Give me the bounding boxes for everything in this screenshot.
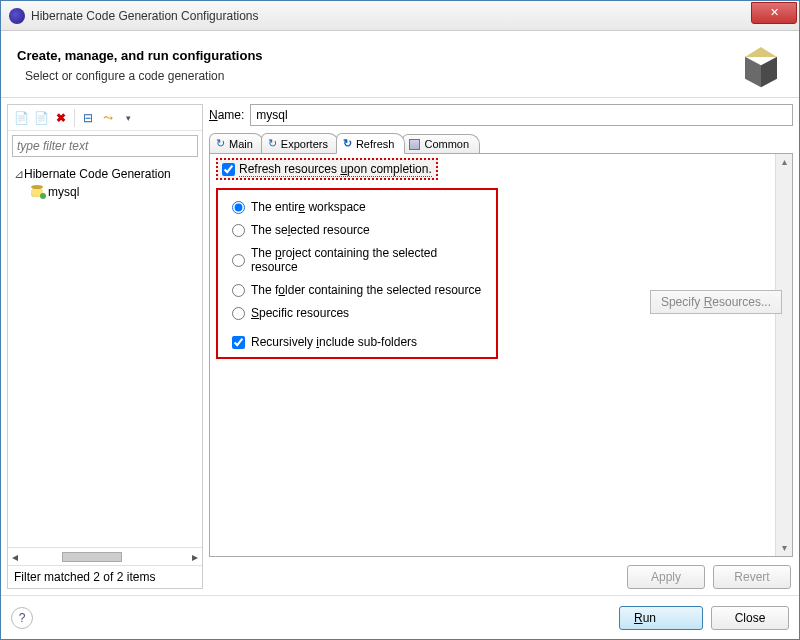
window-title: Hibernate Code Generation Configurations — [31, 9, 751, 23]
opt-selected-resource-row: The selected resource — [232, 223, 482, 237]
common-tab-icon — [409, 139, 420, 150]
tab-common[interactable]: Common — [402, 134, 480, 153]
scroll-thumb[interactable] — [62, 552, 122, 562]
refresh-scope-group: The entire workspace The selected resour… — [216, 188, 498, 359]
apply-revert-row: Apply Revert — [209, 565, 793, 589]
opt-selected-resource-radio[interactable] — [232, 224, 245, 237]
help-button[interactable]: ? — [11, 607, 33, 629]
revert-button: Revert — [713, 565, 791, 589]
scroll-down-arrow-icon[interactable]: ▾ — [776, 540, 792, 556]
name-label: Name: — [209, 108, 244, 122]
apply-button: Apply — [627, 565, 705, 589]
left-panel: 📄 📄 ✖ ⊟ ⤳ ▾ ⊿ Hibernate Code Generation … — [7, 104, 203, 589]
refresh-tab-icon: ↻ — [343, 137, 352, 150]
toolbar-menu-button[interactable]: ▾ — [119, 109, 137, 127]
opt-entire-workspace-row: The entire workspace — [232, 200, 482, 214]
tab-main-label: Main — [229, 138, 253, 150]
tree-root-label: Hibernate Code Generation — [24, 167, 171, 181]
filter-status: Filter matched 2 of 2 items — [8, 565, 202, 588]
opt-project-label: The project containing the selected reso… — [251, 246, 482, 274]
left-horizontal-scrollbar[interactable]: ◂ ▸ — [8, 547, 202, 565]
header: Create, manage, and run configurations S… — [1, 31, 799, 98]
tree-root-item[interactable]: ⊿ Hibernate Code Generation — [14, 165, 196, 183]
left-toolbar: 📄 📄 ✖ ⊟ ⤳ ▾ — [8, 105, 202, 131]
tab-content-refresh: ▴ ▾ Refresh resources upon completion. T… — [209, 154, 793, 557]
opt-entire-workspace-radio[interactable] — [232, 201, 245, 214]
duplicate-config-button[interactable]: 📄 — [32, 109, 50, 127]
opt-specific-label: Specific resources — [251, 306, 349, 320]
collapse-all-button[interactable]: ⊟ — [79, 109, 97, 127]
opt-project-radio[interactable] — [232, 254, 245, 267]
refresh-on-complete-checkbox[interactable] — [222, 163, 235, 176]
right-panel: Name: ↻ Main ↻ Exporters ↻ Refresh — [209, 104, 793, 589]
filter-button[interactable]: ⤳ — [99, 109, 117, 127]
new-config-button[interactable]: 📄 — [12, 109, 30, 127]
tab-main[interactable]: ↻ Main — [209, 133, 264, 153]
close-button[interactable]: Close — [711, 606, 789, 630]
opt-specific-row: Specific resources — [232, 306, 482, 320]
header-text: Create, manage, and run configurations S… — [17, 48, 739, 83]
tree-child-label: mysql — [48, 185, 79, 199]
delete-config-button[interactable]: ✖ — [52, 109, 70, 127]
body: 📄 📄 ✖ ⊟ ⤳ ▾ ⊿ Hibernate Code Generation … — [1, 98, 799, 595]
opt-folder-row: The folder containing the selected resou… — [232, 283, 482, 297]
tab-refresh[interactable]: ↻ Refresh — [336, 133, 406, 154]
scroll-left-arrow-icon[interactable]: ◂ — [8, 550, 22, 564]
tab-exporters-label: Exporters — [281, 138, 328, 150]
name-input[interactable] — [250, 104, 793, 126]
toolbar-separator — [74, 109, 75, 127]
filter-input[interactable] — [12, 135, 198, 157]
scroll-right-arrow-icon[interactable]: ▸ — [188, 550, 202, 564]
tab-exporters[interactable]: ↻ Exporters — [261, 133, 339, 153]
opt-specific-radio[interactable] — [232, 307, 245, 320]
specify-resources-button: Specify Resources... — [650, 290, 782, 314]
tab-common-label: Common — [424, 138, 469, 150]
eclipse-icon — [9, 8, 25, 24]
refresh-on-complete-label: Refresh resources upon completion. — [239, 162, 432, 176]
main-tab-icon: ↻ — [216, 137, 225, 150]
dialog-window: Hibernate Code Generation Configurations… — [0, 0, 800, 640]
refresh-on-complete-row: Refresh resources upon completion. — [216, 158, 438, 180]
titlebar: Hibernate Code Generation Configurations… — [1, 1, 799, 31]
tree-expander-icon[interactable]: ⊿ — [14, 167, 20, 181]
database-icon — [30, 185, 44, 199]
opt-folder-label: The folder containing the selected resou… — [251, 283, 481, 297]
opt-selected-resource-label: The selected resource — [251, 223, 370, 237]
tab-refresh-label: Refresh — [356, 138, 395, 150]
recurse-label: Recursively include sub-folders — [251, 335, 417, 349]
content-vertical-scrollbar[interactable]: ▴ ▾ — [775, 154, 792, 556]
run-button[interactable]: Run — [619, 606, 703, 630]
tree-child-item[interactable]: mysql — [14, 183, 196, 201]
config-tree[interactable]: ⊿ Hibernate Code Generation mysql — [8, 161, 202, 547]
recurse-checkbox[interactable] — [232, 336, 245, 349]
opt-recurse-row: Recursively include sub-folders — [232, 335, 482, 349]
window-close-button[interactable]: ✕ — [751, 2, 797, 24]
header-subtitle: Select or configure a code generation — [25, 69, 739, 83]
opt-entire-workspace-label: The entire workspace — [251, 200, 366, 214]
scroll-track[interactable] — [776, 170, 792, 540]
opt-project-row: The project containing the selected reso… — [232, 246, 482, 274]
exporters-tab-icon: ↻ — [268, 137, 277, 150]
footer: ? Run Close — [1, 595, 799, 639]
name-row: Name: — [209, 104, 793, 126]
scroll-up-arrow-icon[interactable]: ▴ — [776, 154, 792, 170]
opt-folder-radio[interactable] — [232, 284, 245, 297]
tab-bar: ↻ Main ↻ Exporters ↻ Refresh Common — [209, 132, 793, 154]
header-cube-icon — [739, 43, 783, 87]
header-title: Create, manage, and run configurations — [17, 48, 739, 63]
